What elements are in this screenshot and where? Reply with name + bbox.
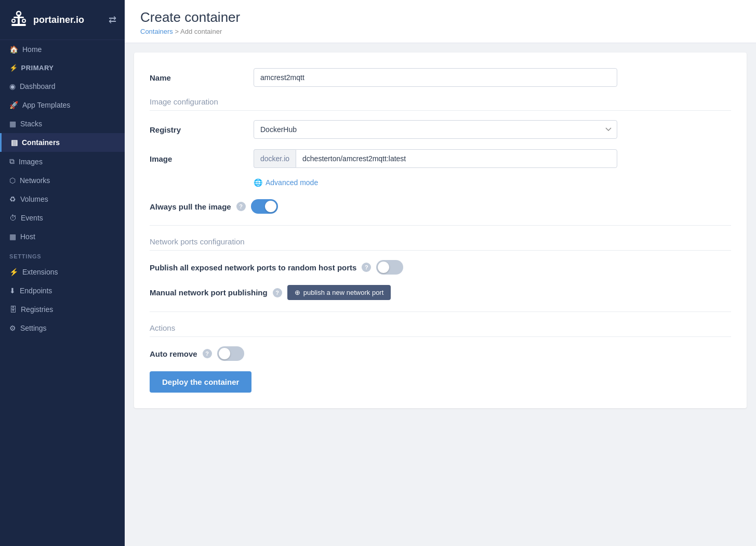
auto-remove-help-icon[interactable]: ? (203, 349, 212, 358)
sidebar-item-label-networks: Networks (20, 176, 50, 185)
svg-rect-0 (11, 24, 26, 26)
actions-section-title: Actions (150, 323, 731, 337)
stacks-icon: ▦ (9, 120, 16, 128)
logo-area: portainer.io (8, 9, 84, 30)
always-pull-row: Always pull the image ? (150, 199, 731, 214)
sidebar-item-images[interactable]: ⧉ Images (0, 152, 125, 171)
dashboard-icon: ◉ (9, 82, 16, 90)
image-input[interactable] (296, 149, 617, 168)
always-pull-toggle[interactable] (251, 199, 278, 214)
breadcrumb-current: Add container (180, 28, 222, 35)
always-pull-label: Always pull the image (150, 202, 231, 211)
network-ports-section-title: Network ports configuration (150, 237, 731, 251)
sidebar-item-label-dashboard: Dashboard (20, 82, 56, 90)
extensions-icon: ⚡ (9, 268, 18, 276)
advanced-mode-link[interactable]: 🌐 Advanced mode (254, 178, 731, 187)
name-field (254, 68, 731, 87)
divider-actions (150, 311, 731, 312)
plus-icon: ⊕ (295, 289, 300, 296)
image-row: Image docker.io (150, 149, 731, 168)
primary-icon: ⚡ (9, 64, 18, 72)
image-field: docker.io (254, 149, 731, 168)
auto-remove-row: Auto remove ? (150, 346, 731, 361)
breadcrumb: Containers > Add container (140, 28, 740, 35)
svg-point-4 (12, 19, 15, 22)
page-header: Create container Containers > Add contai… (125, 0, 756, 43)
portainer-logo-icon (8, 9, 29, 30)
sidebar-item-volumes[interactable]: ♻ Volumes (0, 190, 125, 209)
settings-icon: ⚙ (9, 324, 16, 332)
sidebar-settings-label-endpoints: Endpoints (20, 287, 52, 295)
manual-publish-label: Manual network port publishing (150, 288, 268, 297)
breadcrumb-link[interactable]: Containers (140, 28, 173, 35)
logo-text: portainer.io (33, 15, 84, 25)
image-prefix: docker.io (254, 149, 296, 168)
deploy-button-container: Deploy the container (150, 371, 731, 393)
sidebar-toggle-icon[interactable]: ⇄ (109, 14, 116, 25)
sidebar-item-dashboard[interactable]: ◉ Dashboard (0, 77, 125, 96)
host-icon: ▦ (9, 232, 16, 241)
sidebar-home-label: Home (22, 45, 42, 54)
svg-point-5 (22, 19, 25, 22)
registries-icon: 🗄 (9, 305, 17, 314)
home-icon: 🏠 (9, 45, 18, 54)
sidebar-item-label-events: Events (21, 214, 43, 222)
svg-rect-2 (14, 17, 24, 18)
manual-publish-row: Manual network port publishing ? ⊕ publi… (150, 285, 731, 300)
sidebar-settings-item-endpoints[interactable]: ⬇ Endpoints (0, 281, 125, 300)
name-label: Name (150, 73, 254, 82)
publish-all-help-icon[interactable]: ? (362, 263, 371, 272)
app-templates-icon: 🚀 (9, 101, 18, 109)
advanced-mode-label: Advanced mode (266, 178, 318, 187)
registry-label: Registry (150, 125, 254, 134)
sidebar-item-label-volumes: Volumes (20, 195, 48, 203)
image-config-section-title: Image configuration (150, 97, 731, 111)
volumes-icon: ♻ (9, 195, 16, 203)
main-content: Create container Containers > Add contai… (125, 0, 756, 546)
primary-label: ⚡ PRIMARY (0, 59, 125, 77)
name-row: Name (150, 68, 731, 87)
divider-network (150, 225, 731, 226)
sidebar-item-label-host: Host (20, 232, 35, 241)
sidebar-settings-label-extensions: Extensions (22, 268, 58, 276)
publish-all-toggle[interactable] (376, 260, 403, 275)
sidebar: portainer.io ⇄ 🏠 Home ⚡ PRIMARY ◉ Dashbo… (0, 0, 125, 546)
sidebar-item-label-containers: Containers (22, 138, 60, 147)
auto-remove-toggle[interactable] (217, 346, 244, 361)
sidebar-item-stacks[interactable]: ▦ Stacks (0, 114, 125, 133)
settings-section-label: SETTINGS (0, 246, 125, 263)
svg-point-3 (17, 11, 21, 16)
sidebar-settings-item-settings[interactable]: ⚙ Settings (0, 319, 125, 337)
globe-icon: 🌐 (254, 178, 262, 187)
sidebar-item-app-templates[interactable]: 🚀 App Templates (0, 96, 125, 114)
networks-icon: ⬡ (9, 176, 16, 185)
sidebar-item-host[interactable]: ▦ Host (0, 227, 125, 246)
always-pull-help-icon[interactable]: ? (236, 202, 246, 211)
deploy-button[interactable]: Deploy the container (150, 371, 251, 393)
endpoints-icon: ⬇ (9, 287, 16, 295)
registry-select[interactable]: DockerHub Other (254, 120, 617, 139)
manual-publish-help-icon[interactable]: ? (273, 288, 282, 297)
sidebar-settings-label-settings: Settings (20, 324, 47, 332)
images-icon: ⧉ (9, 157, 15, 166)
image-input-group: docker.io (254, 149, 617, 168)
sidebar-item-home[interactable]: 🏠 Home (0, 40, 125, 59)
sidebar-item-events[interactable]: ⏱ Events (0, 209, 125, 227)
sidebar-item-networks[interactable]: ⬡ Networks (0, 171, 125, 190)
sidebar-item-containers[interactable]: ▤ Containers (0, 133, 125, 152)
name-input[interactable] (254, 68, 617, 87)
sidebar-header: portainer.io ⇄ (0, 0, 125, 40)
page-title: Create container (140, 9, 740, 25)
publish-all-row: Publish all exposed network ports to ran… (150, 260, 731, 275)
sidebar-settings-item-extensions[interactable]: ⚡ Extensions (0, 263, 125, 281)
breadcrumb-separator: > (175, 28, 179, 35)
sidebar-settings-item-registries[interactable]: 🗄 Registries (0, 300, 125, 319)
image-label: Image (150, 154, 254, 163)
registry-field: DockerHub Other (254, 120, 731, 139)
containers-icon: ▤ (11, 138, 18, 147)
sidebar-item-label-stacks: Stacks (20, 120, 42, 128)
publish-all-label: Publish all exposed network ports to ran… (150, 263, 356, 272)
sidebar-settings-label-registries: Registries (21, 305, 53, 314)
publish-new-port-button[interactable]: ⊕ publish a new network port (287, 285, 391, 300)
create-container-form: Name Image configuration Registry Docker… (134, 53, 747, 408)
